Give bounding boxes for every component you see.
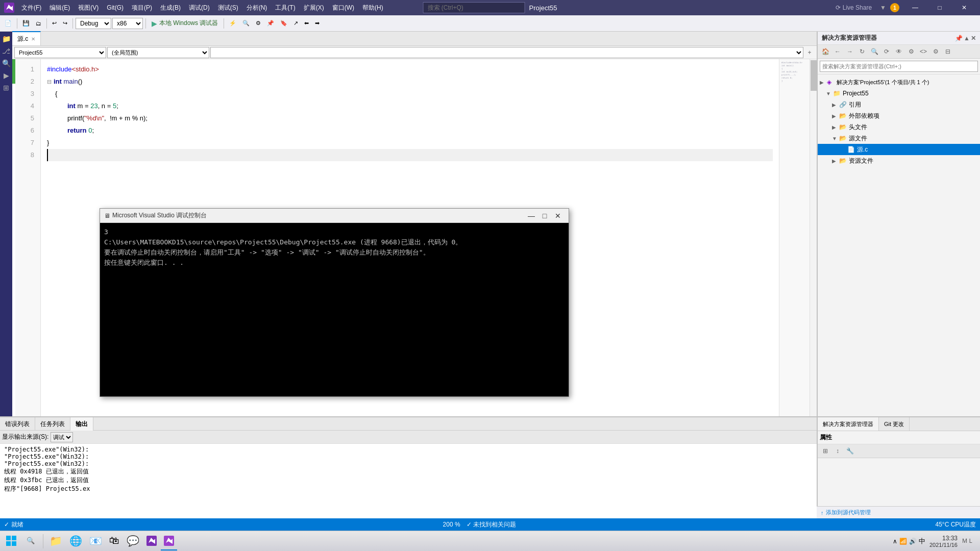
se-collapse-btn[interactable]: ⊟ <box>942 46 953 57</box>
menu-help[interactable]: 帮助(H) <box>358 0 387 15</box>
toolbar-extra-6[interactable]: ↗ <box>291 17 301 30</box>
taskbar-explorer[interactable]: 📁 <box>46 532 65 550</box>
se-sync-btn[interactable]: ⟳ <box>881 46 892 57</box>
menu-debug[interactable]: 调试(D) <box>185 0 214 15</box>
fold-icon-2[interactable]: ⊟ <box>47 76 52 88</box>
new-file-button[interactable]: 📄 <box>2 17 14 30</box>
se-show-all-btn[interactable]: 👁 <box>893 46 904 57</box>
panel-arrow-icon[interactable]: ▲ <box>964 35 970 42</box>
se-props-btn[interactable]: ⚙ <box>905 46 917 57</box>
tray-arrow[interactable]: ∧ <box>893 538 897 545</box>
toolbar-extra-2[interactable]: 🔍 <box>240 17 252 30</box>
run-button[interactable]: ▶ 本地 Windows 调试器 <box>149 18 221 29</box>
scroll-thumb[interactable] <box>811 60 817 91</box>
debug-config-select[interactable]: Debug <box>76 18 111 29</box>
project-select[interactable]: Project55 <box>14 47 106 58</box>
panel-pin-icon[interactable]: 📌 <box>955 35 963 42</box>
tree-solution[interactable]: ▶ ◈ 解决方案'Project55'(1 个项目/共 1 个) <box>818 77 980 88</box>
tab-close-button[interactable]: ✕ <box>31 36 35 42</box>
taskbar-email[interactable]: 📧 <box>86 532 105 550</box>
console-minimize[interactable]: — <box>525 209 538 223</box>
tree-references[interactable]: ▶ 🔗 引用 <box>818 99 980 110</box>
toolbar-extra-7[interactable]: ⬅ <box>302 17 311 30</box>
live-share-button[interactable]: ⟳ Live Share <box>831 4 876 11</box>
menu-project[interactable]: 项目(P) <box>128 0 156 15</box>
se-refresh-btn[interactable]: ↻ <box>856 46 868 57</box>
console-close[interactable]: ✕ <box>551 209 565 223</box>
menu-tools[interactable]: 工具(T) <box>271 0 299 15</box>
minimize-button[interactable]: — <box>903 0 927 15</box>
tray-network[interactable]: 📶 <box>899 538 907 545</box>
se-filter-btn[interactable]: 🔍 <box>869 46 880 57</box>
se-home-btn[interactable]: 🏠 <box>820 46 831 57</box>
sidebar-search-icon[interactable]: 🔍 <box>1 58 11 68</box>
toolbar-extra-8[interactable]: ➡ <box>312 17 322 30</box>
tree-resource-files[interactable]: ▶ 📂 资源文件 <box>818 155 980 166</box>
se-forward-btn[interactable]: → <box>844 46 855 57</box>
menu-git[interactable]: Git(G) <box>103 0 128 15</box>
comma: , n = <box>98 100 113 112</box>
props-sort-btn[interactable]: ↕ <box>832 445 843 457</box>
taskbar-start[interactable] <box>2 532 20 550</box>
menu-test[interactable]: 测试(S) <box>214 0 242 15</box>
taskbar-vs-active[interactable] <box>161 532 177 550</box>
props-filter-btn[interactable]: 🔧 <box>844 445 855 457</box>
tab-task-list[interactable]: 任务列表 <box>35 417 70 431</box>
panel-close-icon[interactable]: ✕ <box>971 35 976 42</box>
toolbar-extra-4[interactable]: 📌 <box>264 17 277 30</box>
add-nav-button[interactable]: + <box>804 47 815 58</box>
taskbar-browser[interactable]: 🌐 <box>66 532 85 550</box>
se-code-btn[interactable]: <> <box>918 46 929 57</box>
tree-source-files[interactable]: ▼ 📂 源文件 <box>818 133 980 144</box>
sidebar-git-icon[interactable]: ⎇ <box>1 46 11 56</box>
tray-sound[interactable]: 🔊 <box>909 538 917 545</box>
output-source-select[interactable]: 调试 <box>51 432 73 442</box>
menu-build[interactable]: 生成(B) <box>156 0 185 15</box>
close-button[interactable]: ✕ <box>952 0 976 15</box>
tab-source-c[interactable]: 源.c ✕ <box>12 31 41 45</box>
tab-error-list[interactable]: 错误列表 <box>0 417 35 431</box>
tree-source-c[interactable]: 📄 源.c <box>818 144 980 155</box>
toolbar-extra-3[interactable]: ⚙ <box>253 17 263 30</box>
taskbar-vs[interactable] <box>143 532 160 550</box>
console-maximize[interactable]: □ <box>538 209 551 223</box>
taskbar-store[interactable]: 🛍 <box>106 532 122 550</box>
scope-select[interactable]: (全局范围) <box>107 47 209 58</box>
sidebar-run-icon[interactable]: ▶ <box>1 70 11 81</box>
taskbar-teams[interactable]: 💬 <box>124 532 142 550</box>
toolbar-extra-1[interactable]: ⚡ <box>227 17 239 30</box>
tree-external-deps[interactable]: ▶ 📂 外部依赖项 <box>818 110 980 121</box>
add-source-bar[interactable]: ↑ 添加到源代码管理 <box>817 506 980 518</box>
save-button[interactable]: 💾 <box>20 17 32 30</box>
props-grid-btn[interactable]: ⊞ <box>820 445 831 457</box>
solution-search-input[interactable] <box>820 61 978 72</box>
menu-edit[interactable]: 编辑(E) <box>45 0 74 15</box>
arch-select[interactable]: x86 <box>112 18 143 29</box>
menu-view[interactable]: 视图(V) <box>74 0 103 15</box>
tree-project[interactable]: ▼ 📁 Project55 <box>818 88 980 99</box>
maximize-button[interactable]: □ <box>928 0 951 15</box>
toolbar-extra-5[interactable]: 🔖 <box>278 17 290 30</box>
undo-button[interactable]: ↩ <box>50 17 59 30</box>
tab-output[interactable]: 输出 <box>70 417 93 431</box>
search-input[interactable] <box>423 2 525 13</box>
menu-extensions[interactable]: 扩展(X) <box>300 0 328 15</box>
sidebar-ext-icon[interactable]: ⊞ <box>1 83 11 93</box>
menu-file[interactable]: 文件(F) <box>17 0 45 15</box>
tree-headers[interactable]: ▶ 📂 头文件 <box>818 121 980 133</box>
tab-bar: 源.c ✕ <box>12 32 817 46</box>
save-all-button[interactable]: 🗂 <box>33 17 44 30</box>
redo-button[interactable]: ↪ <box>60 17 70 30</box>
right-lower-tab-solution[interactable]: 解决方案资源管理器 <box>818 417 879 431</box>
menu-window[interactable]: 窗口(W) <box>328 0 358 15</box>
nav-select[interactable] <box>210 47 803 58</box>
right-lower-tab-git[interactable]: Git 更改 <box>879 417 910 431</box>
se-settings-btn[interactable]: ⚙ <box>930 46 941 57</box>
se-back-btn[interactable]: ← <box>832 46 843 57</box>
zoom-level[interactable]: 200 % <box>443 521 460 528</box>
menu-analyze[interactable]: 分析(N) <box>242 0 272 15</box>
solution-explorer-header: 解决方案资源管理器 📌 ▲ ✕ <box>818 32 980 45</box>
sidebar-solution-icon[interactable]: 📁 <box>1 34 11 44</box>
taskbar-clock[interactable]: 13:33 2021/11/16 <box>927 535 960 548</box>
taskbar-search[interactable]: 🔍 <box>21 532 40 550</box>
